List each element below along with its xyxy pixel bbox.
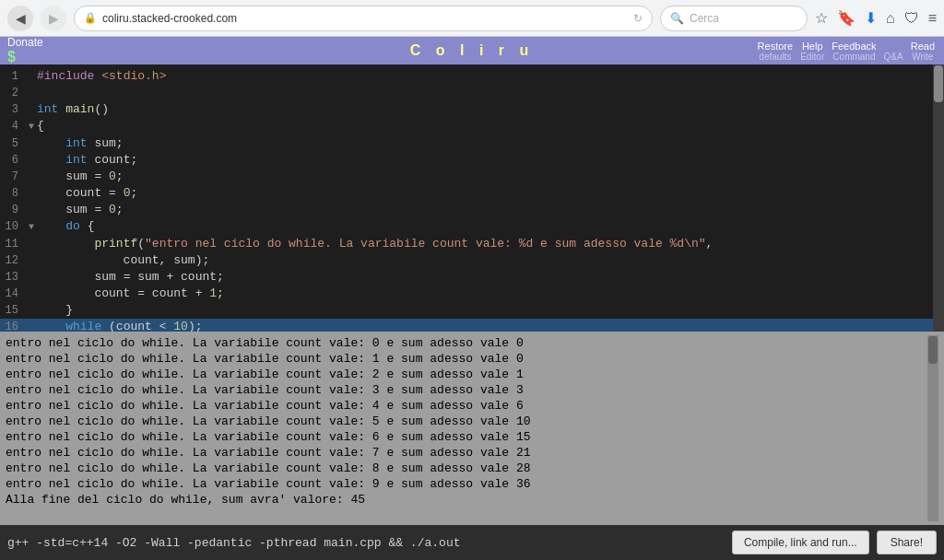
code-line: 16 while (count < 10); [0,319,933,332]
code-line: 4▼{ [0,118,933,135]
editor-scrollbar[interactable] [933,64,944,332]
code-line: 15 } [0,302,933,319]
line-code: count = count + 1; [37,286,933,302]
line-number: 12 [0,252,26,269]
code-line: 11 printf("entro nel ciclo do while. La … [0,236,933,252]
menu-icon[interactable]: ≡ [928,10,937,27]
back-button[interactable]: ◀ [7,6,33,31]
line-code: int sum; [37,135,933,152]
line-number: 11 [0,236,26,252]
code-line: 14 count = count + 1; [0,286,933,302]
line-number: 2 [0,85,26,101]
code-line: 12 count, sum); [0,252,933,269]
line-code: count, sum); [37,252,933,269]
line-number: 16 [0,319,26,332]
restore-label[interactable]: Restore [758,41,794,52]
shield-icon[interactable]: 🛡 [904,10,919,27]
line-code: int count; [37,152,933,169]
home-icon[interactable]: ⌂ [886,10,895,27]
line-number: 15 [0,302,26,319]
line-code: count = 0; [37,185,933,202]
code-line: 13 sum = sum + count; [0,269,933,286]
star-icon[interactable]: ☆ [815,9,828,27]
output-line: Alla fine del ciclo do while, sum avra' … [6,492,927,508]
header-links-right: Restore defaults Help Editor Feedback Co… [756,41,937,62]
output-scrollbar[interactable] [927,335,938,521]
reload-icon[interactable]: ↻ [633,12,643,25]
command-bar: Compile, link and run... Share! [0,525,944,560]
code-line: 5 int sum; [0,135,933,152]
main-container: 1#include <stdio.h>23int main()4▼{5 int … [0,64,944,560]
bookmark-icon[interactable]: 🔖 [837,9,856,27]
line-number: 6 [0,152,26,169]
code-line: 3int main() [0,101,933,118]
line-number: 9 [0,202,26,218]
output-scroll: entro nel ciclo do while. La variabile c… [6,335,938,521]
line-code: int main() [37,101,933,118]
editor-scroll: 1#include <stdio.h>23int main()4▼{5 int … [0,64,933,332]
editor-area[interactable]: 1#include <stdio.h>23int main()4▼{5 int … [0,64,944,332]
code-content[interactable]: 1#include <stdio.h>23int main()4▼{5 int … [0,64,933,332]
output-scrollbar-thumb[interactable] [928,336,938,364]
line-number: 7 [0,169,26,185]
command-input[interactable] [7,536,725,550]
compile-button[interactable]: Compile, link and run... [732,531,869,554]
line-code: #include <stdio.h> [37,68,933,85]
url-bar[interactable]: 🔒 coliru.stacked-crooked.com ↻ [74,6,653,31]
code-line: 6 int count; [0,152,933,169]
output-area: entro nel ciclo do while. La variabile c… [0,332,944,525]
code-line: 8 count = 0; [0,185,933,202]
line-number: 13 [0,269,26,286]
line-code: { [37,118,933,134]
command-label[interactable]: Command [832,52,875,62]
line-code: do { [37,218,933,235]
defaults-label[interactable]: defaults [759,52,791,62]
output-line: entro nel ciclo do while. La variabile c… [6,476,927,492]
line-code: while (count < 10); [37,319,933,332]
search-bar[interactable]: 🔍 Cerca [660,6,808,31]
help-label[interactable]: Help [802,41,823,52]
donate-link[interactable]: Donate [7,36,43,49]
code-line: 1#include <stdio.h> [0,68,933,85]
line-code: printf("entro nel ciclo do while. La var… [37,236,933,252]
output-line: entro nel ciclo do while. La variabile c… [6,461,927,476]
editor-label[interactable]: Editor [800,52,824,62]
line-number: 5 [0,135,26,152]
output-line: entro nel ciclo do while. La variabile c… [6,335,927,351]
line-number: 1 [0,68,26,85]
coliru-title: C o l i r u [410,42,534,59]
command-group: Feedback Command [830,41,878,62]
output-line: entro nel ciclo do while. La variabile c… [6,351,927,367]
write-label[interactable]: Write [912,52,933,62]
browser-bar: ◀ ▶ 🔒 coliru.stacked-crooked.com ↻ 🔍 Cer… [0,0,944,37]
output-line: entro nel ciclo do while. La variabile c… [6,429,927,445]
qa-group: Q&A [882,41,905,62]
read-label[interactable]: Read [911,41,935,52]
line-code: sum = 0; [37,169,933,185]
editor-scrollbar-thumb[interactable] [934,65,943,102]
share-button[interactable]: Share! [877,531,937,554]
download-icon[interactable]: ⬇ [865,9,877,27]
code-line: 7 sum = 0; [0,169,933,185]
dollar-sign[interactable]: $ [7,49,43,65]
fold-icon[interactable]: ▼ [26,119,37,135]
lock-icon: 🔒 [84,12,97,24]
line-number: 4 [0,118,26,134]
line-code: } [37,302,933,319]
qa-label[interactable]: Q&A [884,52,903,62]
line-number: 8 [0,185,26,202]
line-code: sum = 0; [37,202,933,218]
output-text: entro nel ciclo do while. La variabile c… [6,335,927,521]
forward-button[interactable]: ▶ [41,6,66,31]
editor-group: Help Editor [798,41,826,62]
line-number: 10 [0,218,26,235]
browser-icons: ☆ 🔖 ⬇ ⌂ 🛡 ≡ [815,9,937,27]
code-line: 2 [0,85,933,101]
restore-group: Restore defaults [756,41,796,62]
fold-icon[interactable]: ▼ [26,219,37,236]
feedback-label[interactable]: Feedback [832,41,876,52]
output-line: entro nel ciclo do while. La variabile c… [6,445,927,461]
search-icon: 🔍 [670,12,684,25]
output-line: entro nel ciclo do while. La variabile c… [6,382,927,398]
qa-top [890,41,898,52]
